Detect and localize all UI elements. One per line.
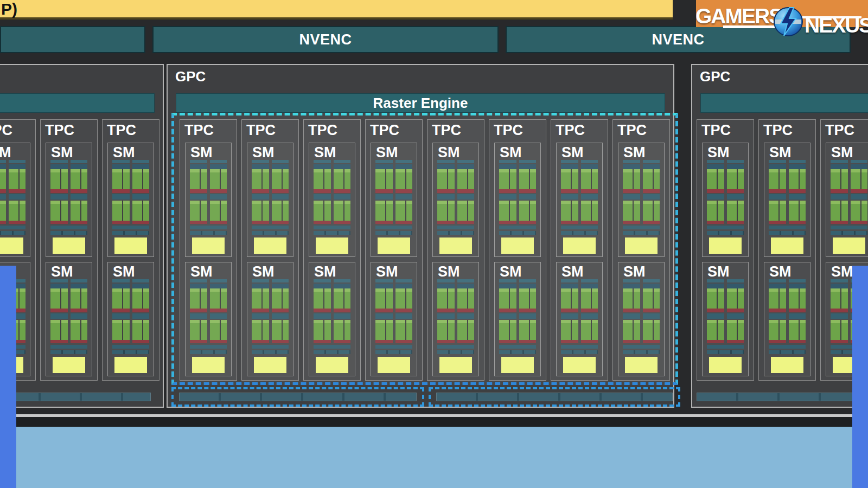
cache-strip [831,313,848,319]
sm-body [108,160,154,254]
register-strip [851,221,868,224]
core-grid-divider [122,169,123,189]
register-strip [581,221,598,224]
register-strip [50,221,68,224]
tpc-column: TPCSMSM [102,119,159,381]
core-grid-divider [343,201,344,221]
core-column [457,279,475,343]
core-columns [623,279,660,343]
register-strip [499,189,516,193]
cache-strip [334,194,351,200]
scheduler-strip [334,279,351,282]
shared-memory-block [316,237,348,254]
core-column [789,160,806,224]
register-strip [769,221,786,224]
sm-block: SM [309,262,355,376]
core-grid [71,320,88,340]
texture-unit-bar [707,231,744,235]
cache-strip [457,194,475,200]
dispatch-strip [727,284,744,288]
register-strip [112,189,130,193]
scheduler-strip [561,160,578,163]
scheduler-strip [71,279,88,282]
dispatch-strip [769,164,786,169]
shared-memory-block [192,357,225,373]
sm-block: SM [185,262,232,376]
core-grid-divider [142,169,143,189]
sm-label: SM [703,143,748,160]
core-grid [831,169,848,189]
cache-strip [0,194,6,200]
core-grid [707,320,724,340]
scheduler-strip [831,279,848,282]
core-column [643,160,660,224]
core-columns [769,160,806,224]
dispatch-strip [210,164,227,169]
core-column [112,160,130,224]
cache-strip [499,194,516,200]
texture-unit-bar [499,350,536,354]
core-grid-divider [799,288,800,309]
core-grid-divider [142,320,143,340]
core-grid-divider [633,288,634,309]
core-grid [50,201,68,221]
register-strip [314,309,331,312]
core-grid-divider [323,201,324,221]
scheduler-strip [395,279,413,282]
tpc-label: TPC [489,120,546,140]
texture-unit-bar [561,231,598,235]
sm-label: SM [247,143,293,160]
core-grid [334,201,351,221]
core-column [707,160,724,224]
dispatch-strip [334,164,351,169]
tpc-column: TPCSMSM [365,119,423,381]
core-grid [457,320,475,340]
core-column [561,160,578,224]
register-strip [519,189,537,193]
tpc-row: TPCSMSMTPCSMSMTPCSMSMTPCSMSMTPCSMSMTPCSM… [180,119,670,381]
dispatch-strip [581,164,598,169]
core-column [623,279,640,343]
dispatch-strip [581,284,598,288]
scheduler-strip [112,279,130,282]
sm-label: SM [46,262,92,279]
tpc-column: TPCSMSM [180,119,237,381]
register-strip [499,221,516,224]
core-grid [395,288,413,309]
register-strip [71,340,88,343]
register-strip [210,221,227,224]
core-columns [769,279,806,343]
core-grid [789,169,806,189]
core-grid [190,201,207,221]
core-grid [375,288,393,309]
load-store-bar [190,226,227,229]
core-grid [190,169,207,189]
core-grid [71,169,88,189]
core-grid-divider [122,320,123,340]
register-strip [623,189,640,193]
texture-unit-bar [437,231,474,235]
sm-body [618,279,664,373]
core-grid [831,288,848,309]
sm-block: SM [432,262,479,376]
core-grid [314,288,331,309]
core-grid-divider [80,320,81,340]
cache-strip [831,194,848,200]
core-grid-divider [591,201,592,221]
cache-strip [71,313,88,319]
texture-unit-bar [769,231,806,235]
core-column [71,160,88,224]
sm-label: SM [371,143,417,160]
scheduler-strip [499,279,516,282]
sm-block: SM [702,143,749,257]
core-grid-divider [840,169,841,189]
register-strip [252,340,269,343]
core-grid-divider [737,169,738,189]
sm-label: SM [309,262,355,279]
scheduler-strip [9,160,26,163]
core-grid [727,320,744,340]
core-grid-divider [385,288,386,309]
scheduler-strip [314,279,331,282]
core-grid-divider [529,201,530,221]
core-grid-divider [261,201,263,221]
